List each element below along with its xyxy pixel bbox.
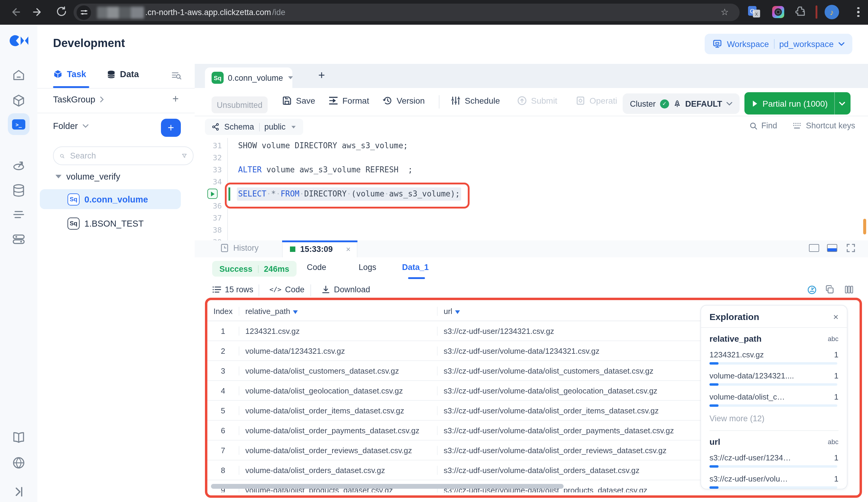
active-tab-indicator bbox=[282, 240, 358, 242]
table-row[interactable]: 5volume-data/olist_order_items_dataset.c… bbox=[207, 401, 709, 421]
blurred-url-prefix bbox=[97, 6, 144, 18]
table-row[interactable]: 8volume-data/olist_orders_dataset.csv.gz… bbox=[207, 460, 709, 480]
rows-list-icon bbox=[212, 285, 221, 294]
camera-extension-icon[interactable] bbox=[772, 6, 785, 19]
tab-menu-caret-icon[interactable] bbox=[288, 76, 293, 79]
tab-conn-volume[interactable]: Sq 0.conn_volume bbox=[205, 67, 292, 88]
add-file-button[interactable]: + bbox=[161, 119, 181, 137]
ops-monitor-icon[interactable] bbox=[11, 158, 26, 173]
tab-result-data1[interactable]: Data_1 bbox=[402, 263, 429, 272]
tab-result-code[interactable]: Code bbox=[307, 263, 327, 272]
table-row[interactable]: 11234321.csv.gzs3://cz-udf-user/1234321.… bbox=[207, 321, 709, 341]
cell-index: 1 bbox=[207, 326, 239, 335]
table-horizontal-scrollbar[interactable] bbox=[211, 484, 564, 489]
table-row[interactable]: 4volume-data/olist_geolocation_dataset.c… bbox=[207, 381, 709, 401]
tab-task[interactable]: Task bbox=[53, 69, 86, 79]
column-header-relative-path[interactable]: relative_path bbox=[239, 307, 437, 316]
format-button[interactable]: Format bbox=[329, 96, 369, 105]
globe-icon[interactable] bbox=[11, 456, 26, 470]
table-row[interactable]: 7volume-data/olist_order_reviews_dataset… bbox=[207, 440, 709, 460]
history-button[interactable]: History bbox=[220, 243, 259, 252]
schedule-button[interactable]: Schedule bbox=[451, 96, 500, 105]
view-code-button[interactable]: </> Code bbox=[269, 285, 304, 294]
sidebar-item-conn-volume[interactable]: Sq 0.conn_volume bbox=[40, 189, 181, 209]
code-editor[interactable]: 31 32 33 34 36 37 38 39 SHOW volume DIRE… bbox=[195, 138, 868, 240]
database-icon[interactable] bbox=[11, 183, 26, 198]
sort-icon[interactable] bbox=[455, 310, 460, 314]
version-button[interactable]: Version bbox=[383, 96, 425, 105]
partial-run-button[interactable]: Partial run (1000) bbox=[744, 92, 850, 115]
shortcut-keys-button[interactable]: Shortcut keys bbox=[793, 121, 855, 130]
profile-avatar[interactable]: ♪ bbox=[825, 5, 839, 19]
column-header-url[interactable]: url bbox=[437, 307, 696, 316]
workspace-selector[interactable]: Workspace pd_workspace bbox=[705, 34, 852, 54]
table-row[interactable]: 6volume-data/olist_order_payments_datase… bbox=[207, 421, 709, 440]
exploration-item: s3://cz-udf-user/volu…1 bbox=[710, 474, 838, 489]
add-taskgroup-button[interactable]: + bbox=[172, 93, 179, 105]
column-header-index[interactable]: Index bbox=[207, 307, 239, 316]
download-button[interactable]: Download bbox=[321, 285, 370, 294]
sort-icon[interactable] bbox=[293, 310, 298, 314]
docs-book-icon[interactable] bbox=[11, 430, 26, 445]
modules-cube-icon[interactable] bbox=[11, 93, 26, 108]
explore-insight-icon[interactable] bbox=[807, 285, 817, 295]
tab-data[interactable]: Data bbox=[107, 69, 139, 79]
close-icon[interactable]: × bbox=[833, 311, 838, 322]
url-bar[interactable]: .cn-north-1-aws.app.clickzetta.com /ide … bbox=[74, 4, 740, 21]
layout-bottom-icon[interactable] bbox=[827, 244, 837, 252]
new-tab-button[interactable]: + bbox=[318, 69, 325, 82]
run-line-play-button[interactable] bbox=[207, 189, 218, 199]
scrollbar-marker[interactable] bbox=[863, 219, 866, 234]
exploration-item: 1234321.csv.gz1 bbox=[710, 350, 838, 365]
close-icon[interactable]: × bbox=[346, 244, 351, 253]
translate-extension-icon[interactable]: Gx bbox=[747, 6, 761, 19]
view-more-link[interactable]: View more (12) bbox=[710, 414, 838, 423]
workspace-monitor-icon bbox=[712, 39, 722, 49]
search-input[interactable] bbox=[69, 151, 178, 161]
code-line-31: SHOW volume DIRECTORY aws_s3_volume; bbox=[238, 140, 408, 152]
chevron-down-icon bbox=[726, 102, 732, 105]
extensions-puzzle-icon[interactable] bbox=[794, 6, 808, 19]
run-options-caret[interactable] bbox=[835, 102, 849, 105]
file-search[interactable] bbox=[53, 146, 194, 165]
settings-toggles-icon[interactable] bbox=[11, 232, 26, 247]
bookmark-star-icon[interactable]: ☆ bbox=[721, 7, 729, 18]
cell-index: 2 bbox=[207, 346, 239, 355]
save-label: Save bbox=[296, 96, 315, 105]
sidebar-item-bson-test[interactable]: Sq 1.BSON_TEST bbox=[40, 213, 181, 233]
table-row[interactable]: 3volume-data/olist_customers_dataset.csv… bbox=[207, 361, 709, 381]
layout-right-icon[interactable] bbox=[809, 244, 819, 252]
tab-data-label: Data bbox=[120, 69, 139, 79]
taskgroup-row[interactable]: TaskGroup + bbox=[37, 88, 195, 113]
list-lines-icon[interactable] bbox=[11, 207, 26, 222]
results-header: History 15:33:09 × bbox=[195, 240, 868, 258]
cluster-selector[interactable]: Cluster ✓ DEFAULT bbox=[623, 93, 740, 114]
site-settings-icon[interactable] bbox=[76, 5, 91, 20]
submit-button[interactable]: Submit bbox=[517, 96, 557, 105]
run-result-tab[interactable]: 15:33:09 × bbox=[282, 240, 358, 257]
operation-button[interactable]: Operati bbox=[576, 96, 619, 105]
find-button[interactable]: Find bbox=[749, 121, 777, 130]
reload-icon[interactable] bbox=[55, 6, 69, 19]
back-icon[interactable] bbox=[8, 6, 22, 19]
list-search-icon[interactable] bbox=[171, 71, 182, 81]
home-icon[interactable] bbox=[11, 68, 26, 83]
ide-terminal-icon[interactable]: >_ bbox=[12, 119, 25, 129]
folder-row[interactable]: Folder + bbox=[37, 113, 195, 140]
maximize-icon[interactable] bbox=[846, 243, 855, 252]
copy-icon[interactable] bbox=[825, 285, 834, 294]
cell-url: s3://cz-udf-user/volume-data/olist_order… bbox=[437, 446, 696, 455]
columns-icon[interactable] bbox=[845, 285, 854, 294]
divider bbox=[259, 123, 259, 131]
clickzetta-logo[interactable] bbox=[10, 35, 28, 46]
collapse-sidebar-icon[interactable] bbox=[11, 484, 26, 499]
exploration-section-url: url abc s3://cz-udf-user/1234…1 s3://cz-… bbox=[701, 431, 847, 489]
save-button[interactable]: Save bbox=[282, 96, 315, 105]
browser-menu-icon[interactable] bbox=[854, 5, 863, 19]
schema-selector[interactable]: Schema public bbox=[205, 119, 303, 135]
tab-result-logs[interactable]: Logs bbox=[359, 263, 376, 272]
filter-funnel-icon[interactable] bbox=[182, 152, 187, 160]
tree-group-volume-verify[interactable]: volume_verify bbox=[55, 172, 120, 181]
table-row[interactable]: 2volume-data/1234321.csv.gzs3://cz-udf-u… bbox=[207, 341, 709, 361]
forward-icon[interactable] bbox=[31, 6, 45, 19]
